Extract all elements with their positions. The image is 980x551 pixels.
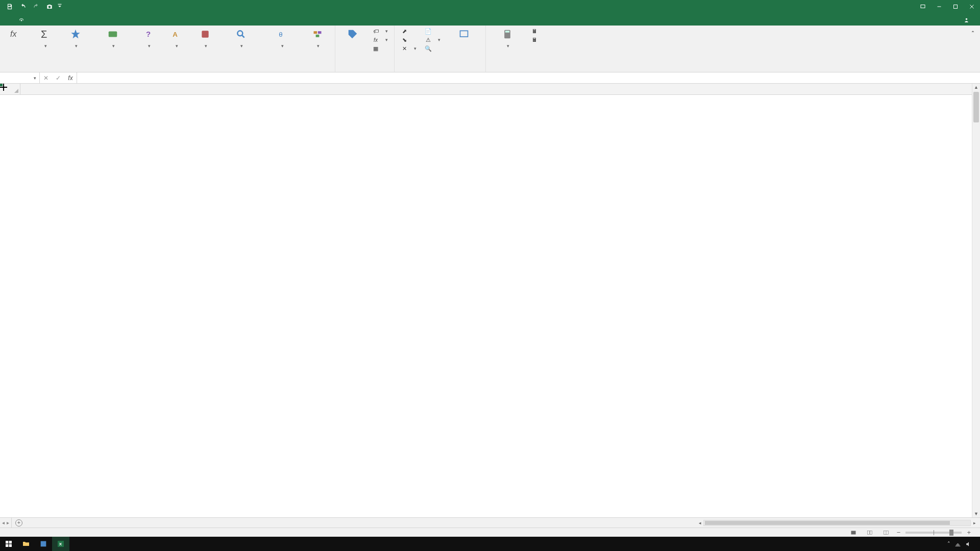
name-box-input[interactable]	[0, 75, 31, 81]
evaluate-formula-button[interactable]: 🔍	[423, 45, 443, 52]
recently-used-button[interactable]: ▾	[62, 28, 89, 49]
define-name-button[interactable]: 🏷▾	[370, 28, 390, 35]
zoom-slider[interactable]	[905, 532, 962, 534]
svg-rect-17	[851, 531, 855, 534]
tag-icon	[345, 28, 360, 41]
share-button[interactable]	[958, 15, 980, 26]
formula-input[interactable]	[77, 72, 980, 83]
scrollbar-thumb[interactable]	[973, 92, 979, 122]
undo-button[interactable]	[16, 0, 30, 13]
qat-customize-button[interactable]	[56, 0, 63, 13]
use-in-formula-button[interactable]: fx▾	[370, 36, 390, 43]
group-label	[399, 70, 481, 71]
calculate-now-button[interactable]: 🖩	[529, 28, 543, 35]
svg-rect-18	[867, 531, 869, 534]
network-icon[interactable]	[954, 541, 961, 547]
show-formulas-button[interactable]: 📄	[423, 28, 443, 35]
remove-icon: ✕	[401, 45, 408, 52]
save-button[interactable]	[3, 0, 16, 13]
svg-text:?: ?	[146, 30, 151, 38]
zoom-out-button[interactable]: −	[897, 529, 901, 536]
signin-button[interactable]	[900, 0, 915, 13]
volume-icon[interactable]	[965, 541, 972, 547]
name-manager-button[interactable]	[339, 28, 366, 42]
financial-button[interactable]: ▾	[93, 28, 133, 49]
window-icon	[456, 28, 472, 41]
accept-formula-button[interactable]: ✓	[52, 74, 64, 82]
svg-rect-5	[109, 32, 117, 37]
svg-rect-16	[505, 31, 509, 32]
maximize-button[interactable]	[947, 0, 964, 13]
theta-icon: θ	[274, 28, 289, 41]
sheet-icon: 🖩	[531, 36, 538, 43]
question-icon: ?	[141, 28, 156, 41]
hscroll-left-button[interactable]: ◂	[696, 520, 703, 525]
cancel-formula-button[interactable]: ✕	[40, 74, 52, 82]
calculate-sheet-button[interactable]: 🖩	[529, 36, 543, 43]
excel-taskbar-button[interactable]: X	[52, 537, 69, 551]
taskbar-app-button[interactable]	[35, 537, 52, 551]
taskbar: X ˄	[0, 537, 980, 551]
vertical-scrollbar[interactable]: ▲ ▼	[972, 84, 980, 517]
clock-icon	[198, 28, 213, 41]
svg-text:fx: fx	[10, 30, 17, 38]
tab-file[interactable]	[0, 21, 12, 26]
sheet-nav-buttons[interactable]: ◂▸	[0, 518, 12, 528]
zoom-in-button[interactable]: +	[967, 529, 971, 536]
create-from-selection-button[interactable]: ▦	[370, 45, 390, 52]
system-tray[interactable]: ˄	[947, 541, 980, 547]
eval-icon: 🔍	[425, 45, 432, 52]
add-sheet-button[interactable]: +	[12, 518, 26, 528]
collapse-ribbon-button[interactable]	[969, 28, 977, 36]
tell-me-search[interactable]	[12, 15, 34, 26]
trace-precedents-button[interactable]: ⬈	[399, 28, 419, 35]
select-all-button[interactable]	[0, 84, 20, 94]
group-calculation: ▾ 🖩 🖩	[486, 26, 547, 72]
formula-bar: ▾ ✕ ✓ fx	[0, 72, 980, 84]
watch-window-button[interactable]	[447, 28, 481, 42]
group-formula-auditing: ⬈ ⬊ ✕▾ 📄 ⚠▾ 🔍	[395, 26, 486, 72]
hscroll-right-button[interactable]: ▸	[971, 520, 978, 525]
page-layout-view-button[interactable]	[864, 529, 875, 536]
insert-function-button[interactable]: fx	[4, 28, 28, 42]
name-box[interactable]: ▾	[0, 72, 40, 83]
autosum-button[interactable]: Σ ▾	[32, 28, 58, 49]
lookup-button[interactable]: ▾	[223, 28, 259, 49]
text-icon: A	[168, 28, 184, 41]
more-icon	[310, 28, 325, 41]
svg-rect-14	[460, 31, 468, 37]
camera-icon[interactable]	[43, 0, 56, 13]
horizontal-scrollbar[interactable]	[703, 520, 971, 526]
svg-rect-0	[938, 7, 941, 7]
ribbon-tabs	[0, 13, 980, 26]
page-break-view-button[interactable]	[880, 529, 892, 536]
svg-rect-12	[318, 31, 322, 34]
group-label	[490, 70, 543, 71]
calculation-options-button[interactable]: ▾	[490, 28, 525, 49]
file-explorer-button[interactable]	[17, 537, 35, 551]
scroll-up-button[interactable]: ▲	[972, 84, 980, 91]
svg-rect-24	[6, 544, 8, 547]
insert-function-fx-button[interactable]: fx	[64, 74, 77, 82]
remove-arrows-button[interactable]: ✕▾	[399, 45, 419, 52]
text-button[interactable]: A ▾	[164, 28, 188, 49]
spreadsheet-grid[interactable]: ▲ ▼	[0, 84, 980, 517]
more-functions-button[interactable]: ▾	[304, 28, 331, 49]
scroll-down-button[interactable]: ▼	[972, 510, 980, 517]
math-button[interactable]: θ ▾	[263, 28, 300, 49]
svg-point-9	[237, 31, 242, 36]
tray-chevron-icon[interactable]: ˄	[947, 541, 950, 547]
logical-button[interactable]: ? ▾	[137, 28, 160, 49]
namebox-dropdown-icon[interactable]: ▾	[31, 76, 39, 81]
close-button[interactable]	[964, 0, 980, 13]
minimize-button[interactable]	[931, 0, 947, 13]
start-button[interactable]	[0, 537, 17, 551]
error-checking-button[interactable]: ⚠▾	[423, 36, 443, 43]
trace-dependents-button[interactable]: ⬊	[399, 36, 419, 43]
redo-button[interactable]	[30, 0, 43, 13]
scrollbar-thumb[interactable]	[705, 521, 950, 525]
datetime-button[interactable]: ▾	[192, 28, 218, 49]
ribbon-display-options-button[interactable]	[915, 0, 931, 13]
svg-rect-26	[41, 541, 46, 547]
normal-view-button[interactable]	[848, 529, 859, 536]
